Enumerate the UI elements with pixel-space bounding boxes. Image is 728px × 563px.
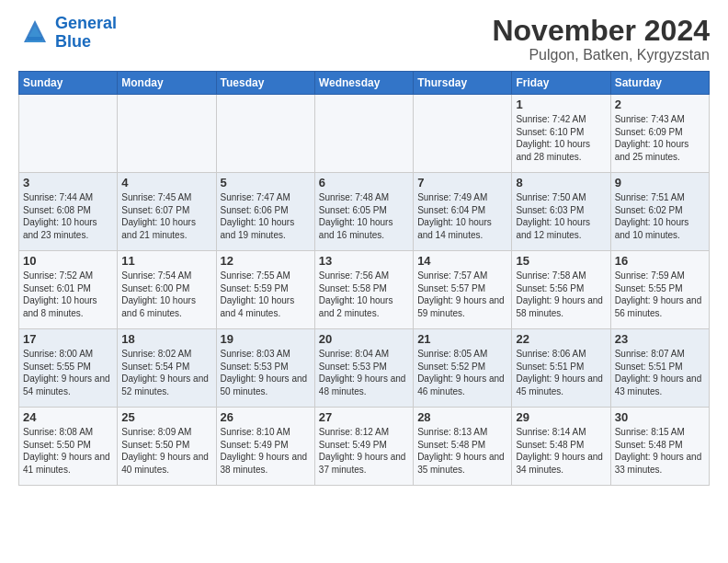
- day-info: Sunrise: 8:04 AM Sunset: 5:53 PM Dayligh…: [319, 348, 409, 397]
- day-number: 12: [221, 254, 311, 268]
- day-info: Sunrise: 7:51 AM Sunset: 6:02 PM Dayligh…: [615, 191, 705, 241]
- day-info: Sunrise: 8:03 AM Sunset: 5:53 PM Dayligh…: [221, 348, 311, 397]
- day-info: Sunrise: 7:52 AM Sunset: 6:01 PM Dayligh…: [23, 270, 113, 319]
- day-info: Sunrise: 8:09 AM Sunset: 5:50 PM Dayligh…: [121, 426, 211, 476]
- day-number: 8: [516, 176, 606, 190]
- logo-blue: Blue: [55, 32, 91, 51]
- cell-week3-day3: 13Sunrise: 7:56 AM Sunset: 5:58 PM Dayli…: [314, 251, 413, 329]
- day-number: 5: [221, 176, 311, 190]
- cell-week4-day2: 19Sunrise: 8:03 AM Sunset: 5:53 PM Dayli…: [216, 329, 314, 408]
- header-friday: Friday: [512, 72, 610, 95]
- cell-week1-day6: 2Sunrise: 7:43 AM Sunset: 6:09 PM Daylig…: [610, 95, 709, 173]
- day-info: Sunrise: 8:00 AM Sunset: 5:55 PM Dayligh…: [23, 348, 113, 397]
- calendar-header: Sunday Monday Tuesday Wednesday Thursday…: [19, 72, 710, 95]
- day-number: 21: [417, 332, 507, 346]
- day-info: Sunrise: 8:07 AM Sunset: 5:51 PM Dayligh…: [615, 348, 705, 397]
- day-number: 14: [417, 254, 507, 268]
- day-number: 28: [417, 410, 507, 424]
- day-info: Sunrise: 7:54 AM Sunset: 6:00 PM Dayligh…: [121, 270, 211, 319]
- day-info: Sunrise: 7:49 AM Sunset: 6:04 PM Dayligh…: [417, 191, 507, 241]
- page: General Blue November 2024 Pulgon, Batke…: [0, 0, 728, 495]
- week-row-2: 3Sunrise: 7:44 AM Sunset: 6:08 PM Daylig…: [19, 173, 710, 251]
- day-info: Sunrise: 8:10 AM Sunset: 5:49 PM Dayligh…: [221, 426, 311, 476]
- logo-general: General: [55, 14, 117, 32]
- header-thursday: Thursday: [414, 72, 512, 95]
- cell-week5-day1: 25Sunrise: 8:09 AM Sunset: 5:50 PM Dayli…: [118, 408, 216, 486]
- cell-week3-day6: 16Sunrise: 7:59 AM Sunset: 5:55 PM Dayli…: [610, 251, 709, 329]
- cell-week3-day0: 10Sunrise: 7:52 AM Sunset: 6:01 PM Dayli…: [19, 251, 118, 329]
- title-block: November 2024 Pulgon, Batken, Kyrgyzstan: [492, 15, 710, 63]
- logo-icon: [18, 17, 51, 50]
- week-row-3: 10Sunrise: 7:52 AM Sunset: 6:01 PM Dayli…: [19, 251, 710, 329]
- cell-week1-day3: [314, 95, 413, 173]
- day-number: 4: [121, 176, 211, 190]
- day-info: Sunrise: 7:59 AM Sunset: 5:55 PM Dayligh…: [615, 270, 705, 319]
- cell-week4-day5: 22Sunrise: 8:06 AM Sunset: 5:51 PM Dayli…: [512, 329, 610, 408]
- page-title: November 2024: [492, 15, 710, 47]
- day-number: 15: [516, 254, 606, 268]
- cell-week5-day2: 26Sunrise: 8:10 AM Sunset: 5:49 PM Dayli…: [216, 408, 314, 486]
- day-number: 6: [319, 176, 409, 190]
- day-number: 9: [615, 176, 705, 190]
- day-number: 25: [121, 410, 211, 424]
- calendar-body: 1Sunrise: 7:42 AM Sunset: 6:10 PM Daylig…: [19, 95, 710, 486]
- day-info: Sunrise: 8:13 AM Sunset: 5:48 PM Dayligh…: [417, 426, 507, 476]
- cell-week2-day6: 9Sunrise: 7:51 AM Sunset: 6:02 PM Daylig…: [610, 173, 709, 251]
- cell-week5-day5: 29Sunrise: 8:14 AM Sunset: 5:48 PM Dayli…: [512, 408, 610, 486]
- logo-text: General Blue: [55, 15, 117, 52]
- cell-week1-day5: 1Sunrise: 7:42 AM Sunset: 6:10 PM Daylig…: [512, 95, 610, 173]
- header-sunday: Sunday: [19, 72, 118, 95]
- day-number: 19: [221, 332, 311, 346]
- day-number: 11: [121, 254, 211, 268]
- day-info: Sunrise: 7:57 AM Sunset: 5:57 PM Dayligh…: [417, 270, 507, 319]
- cell-week3-day4: 14Sunrise: 7:57 AM Sunset: 5:57 PM Dayli…: [414, 251, 512, 329]
- day-number: 22: [516, 332, 606, 346]
- cell-week1-day2: [216, 95, 314, 173]
- day-number: 10: [23, 254, 113, 268]
- cell-week2-day3: 6Sunrise: 7:48 AM Sunset: 6:05 PM Daylig…: [314, 173, 413, 251]
- logo: General Blue: [18, 15, 117, 52]
- header-tuesday: Tuesday: [216, 72, 314, 95]
- cell-week2-day1: 4Sunrise: 7:45 AM Sunset: 6:07 PM Daylig…: [118, 173, 216, 251]
- day-info: Sunrise: 8:12 AM Sunset: 5:49 PM Dayligh…: [319, 426, 409, 476]
- day-info: Sunrise: 8:05 AM Sunset: 5:52 PM Dayligh…: [417, 348, 507, 397]
- day-number: 23: [615, 332, 705, 346]
- day-number: 20: [319, 332, 409, 346]
- cell-week4-day1: 18Sunrise: 8:02 AM Sunset: 5:54 PM Dayli…: [118, 329, 216, 408]
- day-number: 29: [516, 410, 606, 424]
- day-number: 18: [121, 332, 211, 346]
- day-number: 7: [417, 176, 507, 190]
- day-number: 30: [615, 410, 705, 424]
- cell-week5-day3: 27Sunrise: 8:12 AM Sunset: 5:49 PM Dayli…: [314, 408, 413, 486]
- cell-week3-day2: 12Sunrise: 7:55 AM Sunset: 5:59 PM Dayli…: [216, 251, 314, 329]
- day-info: Sunrise: 8:08 AM Sunset: 5:50 PM Dayligh…: [23, 426, 113, 476]
- day-info: Sunrise: 8:02 AM Sunset: 5:54 PM Dayligh…: [121, 348, 211, 397]
- day-number: 16: [615, 254, 705, 268]
- day-number: 26: [221, 410, 311, 424]
- day-info: Sunrise: 7:44 AM Sunset: 6:08 PM Dayligh…: [23, 191, 113, 241]
- header-wednesday: Wednesday: [314, 72, 413, 95]
- day-info: Sunrise: 7:45 AM Sunset: 6:07 PM Dayligh…: [121, 191, 211, 241]
- cell-week4-day4: 21Sunrise: 8:05 AM Sunset: 5:52 PM Dayli…: [414, 329, 512, 408]
- header: General Blue November 2024 Pulgon, Batke…: [18, 15, 710, 63]
- header-row: Sunday Monday Tuesday Wednesday Thursday…: [19, 72, 710, 95]
- day-number: 24: [23, 410, 113, 424]
- week-row-5: 24Sunrise: 8:08 AM Sunset: 5:50 PM Dayli…: [19, 408, 710, 486]
- day-info: Sunrise: 7:43 AM Sunset: 6:09 PM Dayligh…: [615, 113, 705, 163]
- day-info: Sunrise: 7:47 AM Sunset: 6:06 PM Dayligh…: [221, 191, 311, 241]
- week-row-1: 1Sunrise: 7:42 AM Sunset: 6:10 PM Daylig…: [19, 95, 710, 173]
- cell-week1-day0: [19, 95, 118, 173]
- day-number: 17: [23, 332, 113, 346]
- day-info: Sunrise: 7:50 AM Sunset: 6:03 PM Dayligh…: [516, 191, 606, 241]
- day-number: 2: [615, 98, 705, 111]
- cell-week2-day5: 8Sunrise: 7:50 AM Sunset: 6:03 PM Daylig…: [512, 173, 610, 251]
- calendar-table: Sunday Monday Tuesday Wednesday Thursday…: [18, 71, 710, 486]
- svg-rect-2: [28, 37, 42, 40]
- page-subtitle: Pulgon, Batken, Kyrgyzstan: [492, 47, 710, 63]
- day-number: 1: [516, 98, 606, 111]
- cell-week4-day6: 23Sunrise: 8:07 AM Sunset: 5:51 PM Dayli…: [610, 329, 709, 408]
- day-info: Sunrise: 7:55 AM Sunset: 5:59 PM Dayligh…: [221, 270, 311, 319]
- cell-week4-day3: 20Sunrise: 8:04 AM Sunset: 5:53 PM Dayli…: [314, 329, 413, 408]
- day-info: Sunrise: 7:48 AM Sunset: 6:05 PM Dayligh…: [319, 191, 409, 241]
- day-number: 13: [319, 254, 409, 268]
